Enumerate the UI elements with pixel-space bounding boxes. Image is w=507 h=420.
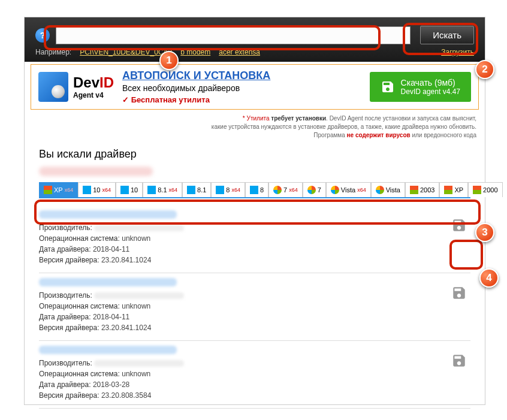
os-value: unknown: [122, 370, 150, 378]
windows-icon: [147, 186, 156, 194]
version-label: Версия драйвера:: [39, 391, 99, 400]
download-version: DevID agent v4.47: [401, 87, 460, 96]
os-tab-label: 8: [260, 186, 264, 194]
download-size: Скачать (9мб): [401, 78, 460, 87]
promo-subtitle: Всех необходимых драйверов: [122, 83, 361, 93]
floppy-icon: [451, 353, 467, 368]
help-icon[interactable]: ?: [35, 28, 50, 43]
os-label: Операционная система:: [39, 234, 120, 243]
os-label: Операционная система:: [39, 302, 120, 310]
os-tab-7x64[interactable]: 7x64: [268, 182, 303, 197]
manufacturer-label: Производитель:: [39, 359, 92, 367]
os-tab-label: 7: [318, 186, 321, 194]
manufacturer-label: Производитель:: [39, 291, 92, 300]
os-tab-label: XP: [454, 186, 463, 194]
result-title-blurred: [39, 210, 177, 219]
os-tab-8x64[interactable]: 8x64: [211, 182, 245, 197]
os-tab-arch: x64: [169, 187, 178, 193]
date-value: 2018-04-11: [93, 245, 129, 253]
manufacturer-value-blurred: [94, 292, 184, 299]
example-link-1[interactable]: PCI\VEN_10DE&DEV_0CA3: [80, 48, 172, 56]
windows-icon: [331, 186, 339, 194]
date-value: 2018-04-11: [93, 313, 129, 321]
example-link-2[interactable]: b modem: [180, 48, 210, 56]
os-tab-label: 8: [226, 186, 230, 194]
os-tab-label: 8.1: [158, 186, 167, 194]
result-row: Производитель: Операционная система: unk…: [39, 206, 470, 273]
os-tab-XPx64[interactable]: XPx64: [39, 182, 78, 197]
os-tab-label: 7: [283, 186, 287, 194]
floppy-icon: [451, 285, 467, 301]
download-button[interactable]: Скачать (9мб) DevID agent v4.47: [370, 72, 471, 102]
date-label: Дата драйвера:: [39, 245, 91, 253]
os-tab-10x64[interactable]: 10x64: [78, 182, 116, 197]
os-tab-label: Vista: [341, 186, 355, 194]
manufacturer-value-blurred: [94, 360, 184, 367]
manufacturer-label: Производитель:: [39, 223, 92, 232]
callout-3: 3: [475, 223, 494, 242]
windows-icon: [44, 186, 52, 194]
os-tab-81[interactable]: 8.1: [182, 182, 211, 197]
os-tab-10[interactable]: 10: [116, 182, 143, 197]
callout-1: 1: [159, 51, 179, 70]
search-input[interactable]: [56, 26, 411, 44]
os-tab-81x64[interactable]: 8.1x64: [143, 182, 182, 197]
header-bar: ? Искать Например: PCI\VEN_10DE&DEV_0CA3…: [25, 17, 485, 62]
save-download-button[interactable]: [451, 285, 467, 301]
promo-title[interactable]: АВТОПОИСК И УСТАНОВКА: [122, 70, 361, 82]
promo-banner: DevID Agent v4 АВТОПОИСК И УСТАНОВКА Все…: [31, 64, 479, 110]
windows-icon: [410, 186, 418, 194]
os-tab-arch: x64: [102, 187, 111, 193]
callout-4: 4: [479, 268, 499, 288]
os-tab-8[interactable]: 8: [245, 182, 268, 197]
windows-icon: [307, 186, 316, 194]
devid-logo-sub: Agent v4: [73, 91, 114, 99]
manufacturer-value-blurred: [94, 225, 184, 231]
result-row: Производитель: Операционная система: unk…: [39, 273, 470, 341]
windows-icon: [273, 186, 282, 194]
os-tab-label: XP: [54, 186, 63, 194]
result-title-blurred: [39, 278, 177, 286]
windows-icon: [120, 186, 129, 194]
os-tab-XP[interactable]: XP: [439, 182, 468, 197]
os-tab-2000[interactable]: 2000: [468, 182, 502, 197]
os-tab-label: 2000: [483, 186, 497, 194]
os-tab-Vista[interactable]: Vista: [371, 182, 405, 197]
save-download-button[interactable]: [451, 217, 467, 233]
windows-icon: [250, 186, 258, 194]
os-value: unknown: [122, 302, 150, 310]
os-tab-label: Vista: [386, 186, 400, 194]
load-link[interactable]: Загрузить: [441, 48, 474, 56]
version-value: 23.20.841.1024: [101, 256, 151, 264]
os-tab-7[interactable]: 7: [303, 182, 326, 197]
search-button[interactable]: Искать: [420, 26, 474, 44]
disclaimer-text: * Утилита требует установки. DevID Agent…: [25, 112, 485, 144]
date-label: Дата драйвера:: [39, 380, 91, 389]
devid-logo-icon: [38, 72, 68, 102]
save-download-button[interactable]: [451, 353, 467, 368]
os-tab-label: 10: [131, 186, 138, 194]
os-tab-bar: XPx6410x64108.1x648.18x6487x647Vistax64V…: [39, 182, 470, 198]
windows-icon: [83, 186, 91, 194]
os-tab-2003[interactable]: 2003: [405, 182, 439, 197]
search-query-blurred: [39, 167, 153, 176]
version-label: Версия драйвера:: [39, 256, 99, 264]
result-row: Производитель: Операционная система: unk…: [39, 341, 470, 409]
example-link-3[interactable]: acer extensa: [219, 48, 260, 56]
result-title-blurred: [39, 346, 177, 354]
example-label: Например:: [35, 48, 71, 56]
windows-icon: [473, 186, 481, 194]
os-tab-arch: x64: [357, 187, 366, 193]
devid-logo-text: DevID: [73, 74, 114, 91]
page-title: Вы искали драйвер: [39, 148, 470, 161]
os-value: unknown: [122, 234, 150, 243]
os-tab-Vistax64[interactable]: Vistax64: [326, 182, 371, 197]
windows-icon: [376, 186, 384, 194]
floppy-icon: [381, 80, 395, 94]
windows-icon: [187, 186, 195, 194]
os-label: Операционная система:: [39, 370, 120, 378]
os-tab-arch: x64: [65, 187, 74, 193]
windows-icon: [216, 186, 224, 194]
promo-free-label: Бесплатная утилита: [122, 95, 361, 104]
version-value: 23.20.808.3584: [101, 391, 151, 400]
